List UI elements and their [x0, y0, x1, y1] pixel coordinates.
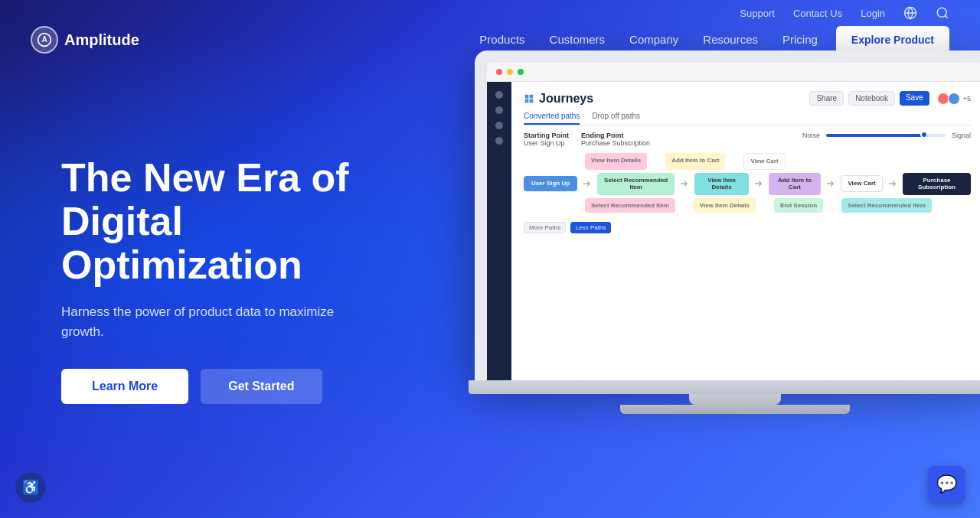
more-paths-button[interactable]: More Paths [524, 222, 566, 233]
accessibility-button[interactable]: ♿ [15, 472, 46, 503]
noise-label: Noise [802, 132, 820, 139]
svg-rect-8 [525, 99, 529, 103]
logo-icon: A [31, 26, 58, 54]
list-item: View Item Details [694, 198, 756, 213]
laptop-base [469, 380, 980, 394]
logo-text: Amplitude [64, 31, 139, 49]
converted-paths-tab[interactable]: Converted paths [524, 112, 580, 125]
window-minimize-dot [507, 69, 513, 75]
hero-subtitle: Harness the power of product data to max… [61, 302, 352, 341]
list-item: View Item Details [694, 173, 749, 195]
hero-title: The New Era of Digital Optimization [61, 156, 429, 288]
svg-line-3 [945, 15, 947, 18]
list-item: Add Item to Cart [769, 173, 821, 195]
list-item: Add Item to Cart [665, 153, 725, 170]
globe-icon[interactable] [903, 6, 917, 20]
logo[interactable]: A Amplitude [31, 26, 139, 54]
starting-point-label: Starting Point [524, 132, 569, 139]
nav-pricing[interactable]: Pricing [782, 33, 818, 46]
laptop-stand [689, 394, 781, 405]
laptop-foot [620, 405, 850, 414]
list-item: View Item Details [585, 153, 647, 170]
list-item: User Sign Up [524, 176, 577, 191]
less-paths-button[interactable]: Less Paths [570, 222, 612, 233]
nav-products[interactable]: Products [479, 33, 524, 46]
svg-rect-9 [530, 99, 534, 103]
list-item: View Cart [743, 153, 785, 170]
screen-title: Journeys [524, 92, 593, 106]
svg-point-2 [937, 8, 946, 17]
list-item: Select Recommended Item [841, 198, 932, 213]
contact-us-link[interactable]: Contact Us [793, 8, 842, 19]
svg-rect-6 [525, 94, 529, 98]
nav-company[interactable]: Company [629, 33, 678, 46]
signal-label: Signal [952, 132, 971, 139]
window-close-dot [496, 69, 502, 75]
explore-product-button[interactable]: Explore Product [836, 26, 949, 54]
share-button[interactable]: Share [809, 91, 844, 106]
hero-image: Journeys Share Notebook Save +5 [475, 50, 980, 414]
app-sidebar [487, 82, 511, 380]
ending-point-value: Purchase Subscription [581, 139, 650, 147]
support-link[interactable]: Support [740, 8, 775, 19]
ending-point-label: Ending Point [581, 132, 650, 139]
login-link[interactable]: Login [861, 8, 885, 19]
starting-point-value: User Sign Up [524, 139, 569, 147]
nav-resources[interactable]: Resources [703, 33, 758, 46]
get-started-button[interactable]: Get Started [201, 369, 322, 404]
chat-button[interactable]: 💬 [928, 466, 965, 503]
list-item: End Session [774, 198, 823, 213]
chat-icon: 💬 [936, 474, 957, 494]
window-maximize-dot [518, 69, 524, 75]
list-item: View Cart [841, 175, 883, 192]
accessibility-icon: ♿ [22, 479, 39, 496]
notebook-button[interactable]: Notebook [848, 91, 895, 106]
list-item: Select Recommended Item [585, 198, 675, 213]
list-item: Select Recommended Item [597, 173, 675, 195]
save-button[interactable]: Save [900, 91, 929, 106]
list-item: Purchase Subscription [903, 173, 971, 195]
drop-off-paths-tab[interactable]: Drop off paths [592, 112, 640, 125]
nav-customers[interactable]: Customers [550, 33, 606, 46]
svg-text:A: A [41, 35, 47, 44]
learn-more-button[interactable]: Learn More [61, 369, 188, 404]
svg-rect-7 [530, 94, 534, 98]
journey-diagram: View Item Details Add Item to Cart View … [524, 153, 971, 352]
search-icon[interactable] [936, 6, 949, 20]
